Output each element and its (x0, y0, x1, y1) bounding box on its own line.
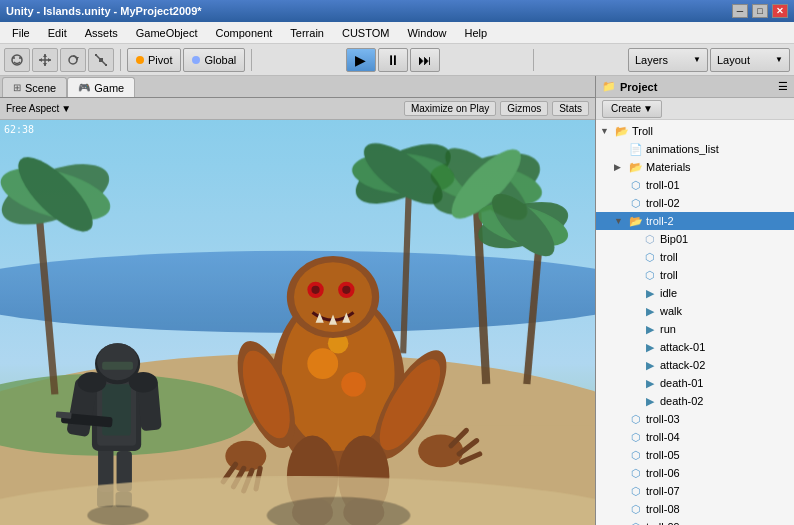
tree-item[interactable]: ⬡ troll-06 (596, 464, 794, 482)
tree-item[interactable]: ⬡ troll (596, 248, 794, 266)
tree-item-label: troll-05 (646, 449, 680, 461)
svg-marker-5 (43, 54, 47, 57)
title-bar: Unity - Islands.unity - MyProject2009* ─… (0, 0, 794, 22)
main-content: ⊞ Scene 🎮 Game Free Aspect ▼ Maximize on… (0, 76, 794, 525)
tree-icon: ⬡ (642, 268, 658, 282)
minimize-button[interactable]: ─ (732, 4, 748, 18)
tree-item[interactable]: ▼ 📂 Troll (596, 122, 794, 140)
tree-item[interactable]: ⬡ troll-03 (596, 410, 794, 428)
tree-item[interactable]: 📄 animations_list (596, 140, 794, 158)
tree-item[interactable]: ▶ run (596, 320, 794, 338)
tree-item-label: troll-08 (646, 503, 680, 515)
tree-item[interactable]: ▶ 📂 Materials (596, 158, 794, 176)
project-icon: 📁 (602, 80, 616, 93)
play-button[interactable]: ▶ (346, 48, 376, 72)
tree-item[interactable]: ⬡ troll-04 (596, 428, 794, 446)
tree-item-label: troll-02 (646, 197, 680, 209)
menu-custom[interactable]: CUSTOM (334, 25, 397, 41)
layers-dropdown[interactable]: Layers (628, 48, 708, 72)
tree-item[interactable]: ⬡ troll-09 (596, 518, 794, 525)
menu-window[interactable]: Window (399, 25, 454, 41)
menu-help[interactable]: Help (457, 25, 496, 41)
tree-item[interactable]: ⬡ troll-05 (596, 446, 794, 464)
gizmos-button[interactable]: Gizmos (500, 101, 548, 116)
pivot-button[interactable]: Pivot (127, 48, 181, 72)
svg-rect-14 (95, 54, 97, 56)
menu-component[interactable]: Component (207, 25, 280, 41)
tree-item[interactable]: ▶ death-02 (596, 392, 794, 410)
project-menu-icon[interactable]: ☰ (778, 80, 788, 93)
tree-item-label: death-01 (660, 377, 703, 389)
tree-item-label: attack-01 (660, 341, 705, 353)
tree-item[interactable]: ▶ walk (596, 302, 794, 320)
scene-tab[interactable]: ⊞ Scene (2, 77, 67, 97)
tree-icon: ⬡ (628, 520, 644, 525)
tree-item[interactable]: ▼ 📂 troll-2 (596, 212, 794, 230)
tree-icon: ⬡ (628, 502, 644, 516)
tree-icon: ⬡ (642, 232, 658, 246)
tree-item-label: animations_list (646, 143, 719, 155)
game-tab-label: Game (94, 82, 124, 94)
main-toolbar: Pivot Global ▶ ⏸ ⏭ Layers Layout (0, 44, 794, 76)
svg-marker-8 (48, 58, 51, 62)
pause-button[interactable]: ⏸ (378, 48, 408, 72)
tree-item-label: idle (660, 287, 677, 299)
rotate-tool-button[interactable] (60, 48, 86, 72)
game-viewport: 62:38 (0, 120, 595, 525)
scene-svg (0, 120, 595, 525)
tree-item[interactable]: ▶ attack-02 (596, 356, 794, 374)
hand-tool-button[interactable] (4, 48, 30, 72)
tree-icon: ⬡ (628, 466, 644, 480)
tree-item[interactable]: ⬡ troll (596, 266, 794, 284)
tree-icon: ⬡ (628, 430, 644, 444)
tree-item[interactable]: ⬡ troll-08 (596, 500, 794, 518)
menu-file[interactable]: File (4, 25, 38, 41)
global-button[interactable]: Global (183, 48, 245, 72)
tree-icon: 📂 (628, 160, 644, 174)
tree-icon: ⬡ (628, 448, 644, 462)
layout-label: Layout (717, 54, 750, 66)
maximize-button[interactable]: □ (752, 4, 768, 18)
stats-button[interactable]: Stats (552, 101, 589, 116)
tree-item[interactable]: ⬡ troll-07 (596, 482, 794, 500)
close-button[interactable]: ✕ (772, 4, 788, 18)
game-toolbar-right: Maximize on Play Gizmos Stats (404, 101, 589, 116)
tree-item-label: Troll (632, 125, 653, 137)
svg-marker-6 (43, 63, 47, 66)
move-tool-button[interactable] (32, 48, 58, 72)
tree-item-label: run (660, 323, 676, 335)
menu-terrain[interactable]: Terrain (282, 25, 332, 41)
svg-rect-15 (105, 64, 107, 66)
tree-icon: ▶ (642, 376, 658, 390)
menu-edit[interactable]: Edit (40, 25, 75, 41)
create-button[interactable]: Create ▼ (602, 100, 662, 118)
layout-dropdown[interactable]: Layout (710, 48, 790, 72)
tree-item[interactable]: ▶ idle (596, 284, 794, 302)
svg-marker-10 (75, 57, 79, 60)
maximize-on-play-button[interactable]: Maximize on Play (404, 101, 496, 116)
window-title: Unity - Islands.unity - MyProject2009* (6, 5, 202, 17)
tree-item[interactable]: ▶ attack-01 (596, 338, 794, 356)
tree-item[interactable]: ⬡ troll-02 (596, 194, 794, 212)
game-toolbar-left: Free Aspect ▼ (6, 103, 71, 114)
aspect-dropdown[interactable]: Free Aspect ▼ (6, 103, 71, 114)
scale-tool-button[interactable] (88, 48, 114, 72)
tree-item-label: troll-07 (646, 485, 680, 497)
menu-gameobject[interactable]: GameObject (128, 25, 206, 41)
project-header: 📁 Project ☰ (596, 76, 794, 98)
pivot-global-group: Pivot Global (127, 48, 245, 72)
tree-icon: 📂 (614, 124, 630, 138)
step-button[interactable]: ⏭ (410, 48, 440, 72)
tree-item[interactable]: ▶ death-01 (596, 374, 794, 392)
tree-item-label: troll (660, 269, 678, 281)
tree-item[interactable]: ⬡ troll-01 (596, 176, 794, 194)
tree-icon: ⬡ (628, 484, 644, 498)
game-tab[interactable]: 🎮 Game (67, 77, 135, 97)
tree-item-label: troll-09 (646, 521, 680, 525)
tree-item-label: attack-02 (660, 359, 705, 371)
tree-item[interactable]: ⬡ Bip01 (596, 230, 794, 248)
tree-icon: ▶ (642, 286, 658, 300)
menu-assets[interactable]: Assets (77, 25, 126, 41)
project-tree[interactable]: ▼ 📂 Troll 📄 animations_list ▶ 📂 Material… (596, 120, 794, 525)
tree-item-label: troll-03 (646, 413, 680, 425)
